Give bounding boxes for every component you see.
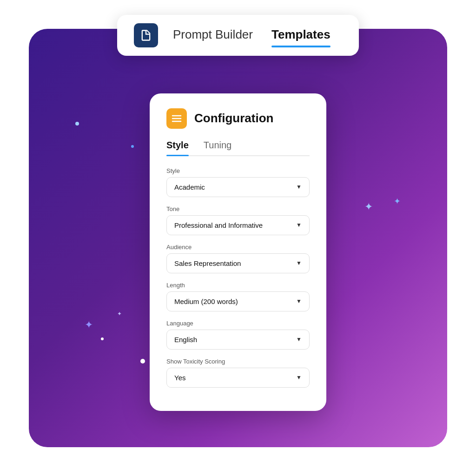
dot-icon-4 [131,145,134,148]
tab-style[interactable]: Style [166,140,189,155]
field-label-language: Language [166,320,310,327]
dot-icon-1 [75,122,79,126]
field-group-toxicity: Show Toxicity Scoring Yes ▼ [166,358,310,388]
field-select-length[interactable]: Medium (200 words) ▼ [166,291,310,311]
field-group-language: Language English ▼ [166,320,310,350]
field-select-language[interactable]: English ▼ [166,330,310,350]
chevron-down-icon-toxicity: ▼ [296,374,302,381]
field-value-length: Medium (200 words) [174,298,238,305]
nav-prompt-builder[interactable]: Prompt Builder [173,27,253,44]
config-tabs: Style Tuning [166,140,310,156]
sparkle-icon-3: ✦ [85,319,93,331]
chevron-down-icon-length: ▼ [296,298,302,304]
chevron-down-icon-style: ▼ [296,184,302,190]
config-icon-badge [166,108,187,129]
field-label-audience: Audience [166,244,310,251]
app-logo [134,23,158,47]
field-group-style: Style Academic ▼ [166,167,310,197]
config-card: Configuration Style Tuning Style Academi… [150,93,326,411]
dot-icon-3 [140,359,145,364]
sparkle-icon-2: ✦ [394,196,401,206]
field-value-style: Academic [174,183,205,191]
field-value-tone: Professional and Informative [174,221,263,229]
tab-tuning[interactable]: Tuning [204,140,231,155]
field-select-style[interactable]: Academic ▼ [166,177,310,197]
card-header: Configuration [166,108,310,129]
chevron-down-icon-audience: ▼ [296,260,302,266]
sparkle-icon-1: ✦ [364,201,373,213]
background-container: ✦ ✦ ✦ ✦ Prompt Builder Templates Configu… [29,29,447,447]
field-label-tone: Tone [166,205,310,212]
field-group-audience: Audience Sales Representation ▼ [166,244,310,273]
field-select-toxicity[interactable]: Yes ▼ [166,368,310,388]
nav-items: Prompt Builder Templates [173,27,331,44]
field-value-audience: Sales Representation [174,259,241,267]
sparkle-icon-4: ✦ [117,311,122,317]
field-group-tone: Tone Professional and Informative ▼ [166,205,310,235]
chevron-down-icon-language: ▼ [296,336,302,343]
field-label-toxicity: Show Toxicity Scoring [166,358,310,365]
field-select-audience[interactable]: Sales Representation ▼ [166,253,310,273]
config-title: Configuration [194,111,273,126]
field-select-tone[interactable]: Professional and Informative ▼ [166,215,310,235]
field-label-length: Length [166,282,310,289]
logo-icon [139,29,152,42]
dot-icon-2 [101,337,104,340]
config-list-icon [171,113,182,124]
nav-templates[interactable]: Templates [271,27,331,44]
chevron-down-icon-tone: ▼ [296,222,302,228]
top-nav-bar: Prompt Builder Templates [117,15,359,56]
field-value-toxicity: Yes [174,374,185,382]
field-value-language: English [174,336,197,344]
field-label-style: Style [166,167,310,174]
field-group-length: Length Medium (200 words) ▼ [166,282,310,311]
